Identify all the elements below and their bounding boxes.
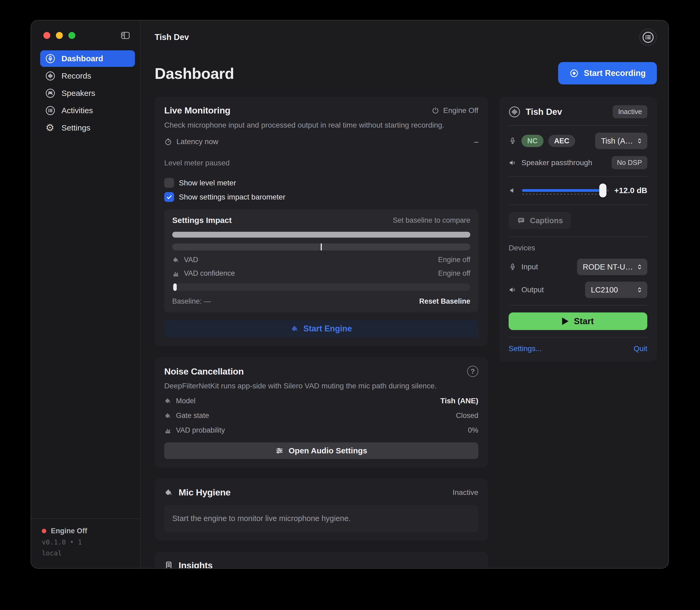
waveform-icon <box>291 324 299 333</box>
quit-link[interactable]: Quit <box>634 344 647 353</box>
open-audio-settings-label: Open Audio Settings <box>288 446 367 455</box>
noise-cancellation-description: DeepFilterNetKit runs app-side with Sile… <box>164 382 478 390</box>
chevron-up-down-icon <box>636 286 643 293</box>
divider <box>509 176 647 177</box>
latency-value: – <box>474 138 478 146</box>
speaker-passthrough-badge: No DSP <box>612 156 647 169</box>
people-circle-icon <box>46 89 55 98</box>
divider <box>509 125 647 126</box>
open-audio-settings-button[interactable]: Open Audio Settings <box>164 443 478 459</box>
show-level-meter-checkbox[interactable] <box>164 178 174 188</box>
processing-row: NC AEC Tish (A… <box>509 133 647 149</box>
model-label: Model <box>176 397 196 405</box>
output-device-select[interactable]: LC2100 <box>585 282 647 298</box>
close-window-button[interactable] <box>44 32 50 39</box>
input-label: Input <box>521 263 538 271</box>
speaker-muted-icon <box>509 187 517 194</box>
window-title: Tish Dev <box>155 32 189 42</box>
vad-label: VAD <box>184 256 198 264</box>
show-barometer-row: Show settings impact barometer <box>164 192 478 202</box>
main-area: Tish Dev Dashboard Start Recording Live <box>141 20 668 568</box>
show-barometer-label: Show settings impact barometer <box>179 193 285 202</box>
start-button[interactable]: Start <box>509 312 647 330</box>
gain-slider-thumb[interactable] <box>599 183 606 197</box>
list-circle-icon <box>46 106 55 115</box>
sidebar-footer: Engine Off v0.1.0 • 1 local <box>31 518 140 568</box>
divider <box>509 204 647 205</box>
show-level-meter-label: Show level meter <box>179 179 236 187</box>
profile-select[interactable]: Tish (A… <box>595 133 647 149</box>
app-window: Dashboard Records Speakers Activities ⚙ … <box>31 20 669 569</box>
noise-cancellation-card: Noise Cancellation ? DeepFilterNetKit ru… <box>155 357 488 467</box>
reset-baseline-button[interactable]: Reset Baseline <box>419 297 470 306</box>
nc-toggle-badge[interactable]: NC <box>521 135 544 147</box>
captions-button[interactable]: Captions <box>509 212 571 229</box>
menu-button[interactable] <box>639 29 657 46</box>
bar-chart-icon <box>172 270 180 277</box>
microphone-icon <box>509 137 517 145</box>
settings-impact-title: Settings Impact <box>172 216 232 225</box>
microphone-circle-icon <box>46 54 55 63</box>
sidebar-toggle-icon[interactable] <box>120 31 130 40</box>
vad-confidence-row: VAD confidence Engine off <box>172 269 470 277</box>
minimize-window-button[interactable] <box>56 32 63 39</box>
sidebar-nav: Dashboard Records Speakers Activities ⚙ … <box>31 40 140 136</box>
chat-bubble-icon <box>517 216 526 225</box>
speaker-passthrough-label: Speaker passthrough <box>521 159 592 167</box>
topbar: Tish Dev <box>155 20 657 46</box>
vad-probability-row: VAD probability 0% <box>164 426 478 434</box>
start-engine-button[interactable]: Start Engine <box>164 320 478 337</box>
engine-status-row: Engine Off <box>42 527 130 535</box>
engine-status-label: Engine Off <box>51 527 87 535</box>
chevron-up-down-icon <box>636 138 643 144</box>
divider <box>509 305 647 306</box>
live-monitoring-card: Live Monitoring Engine Off Check microph… <box>155 97 488 346</box>
mic-hygiene-title: Mic Hygiene <box>179 487 231 498</box>
divider <box>509 236 647 237</box>
checkmark-icon <box>166 194 173 200</box>
sidebar-item-label: Dashboard <box>62 54 103 63</box>
mic-hygiene-message: Start the engine to monitor live microph… <box>164 505 478 532</box>
start-recording-button[interactable]: Start Recording <box>558 62 657 84</box>
aec-toggle-badge[interactable]: AEC <box>548 135 575 147</box>
mic-hygiene-card: Mic Hygiene Inactive Start the engine to… <box>155 479 488 541</box>
bar-chart-icon <box>164 427 172 434</box>
sidebar-item-settings[interactable]: ⚙ Settings <box>40 119 135 136</box>
sidebar-item-dashboard[interactable]: Dashboard <box>40 50 135 67</box>
page-title: Dashboard <box>155 64 234 82</box>
device-panel-title: Tish Dev <box>526 107 607 117</box>
list-circle-icon <box>642 31 654 43</box>
device-panel-card: Tish Dev Inactive NC AEC Tish (A… <box>499 97 657 362</box>
engine-off-dot <box>42 529 46 533</box>
gain-slider-fill <box>522 189 603 192</box>
show-barometer-checkbox[interactable] <box>164 192 174 202</box>
chevron-up-down-icon <box>636 263 643 270</box>
live-monitoring-title: Live Monitoring <box>164 105 231 116</box>
zoom-window-button[interactable] <box>68 32 75 39</box>
help-icon[interactable]: ? <box>467 366 478 377</box>
speaker-icon <box>509 286 517 294</box>
sidebar-item-records[interactable]: Records <box>40 68 135 84</box>
gain-row: +12.0 dB <box>509 183 647 197</box>
sidebar-item-activities[interactable]: Activities <box>40 102 135 119</box>
vad-probability-value: 0% <box>468 426 478 434</box>
set-baseline-button[interactable]: Set baseline to compare <box>393 216 470 225</box>
speaker-passthrough-row: Speaker passthrough No DSP <box>509 156 647 169</box>
device-panel-status-badge: Inactive <box>613 105 647 118</box>
vad-confidence-value: Engine off <box>438 269 470 277</box>
input-device-value: RODE NT-U… <box>583 263 633 271</box>
baseline-row: Baseline: — Reset Baseline <box>172 297 470 306</box>
noise-cancellation-title: Noise Cancellation <box>164 366 244 377</box>
sidebar-item-speakers[interactable]: Speakers <box>40 85 135 101</box>
settings-link[interactable]: Settings... <box>509 344 542 353</box>
play-icon <box>562 318 568 325</box>
gain-slider[interactable] <box>522 183 609 197</box>
sidebar-item-label: Settings <box>62 123 90 132</box>
latency-row: Latency now – <box>164 138 478 146</box>
app-version: v0.1.0 • 1 <box>42 538 130 546</box>
input-device-select[interactable]: RODE NT-U… <box>577 259 648 275</box>
gate-state-value: Closed <box>456 412 478 420</box>
profile-select-value: Tish (A… <box>601 137 633 145</box>
start-recording-label: Start Recording <box>584 68 646 78</box>
gain-value: +12.0 dB <box>614 186 647 195</box>
